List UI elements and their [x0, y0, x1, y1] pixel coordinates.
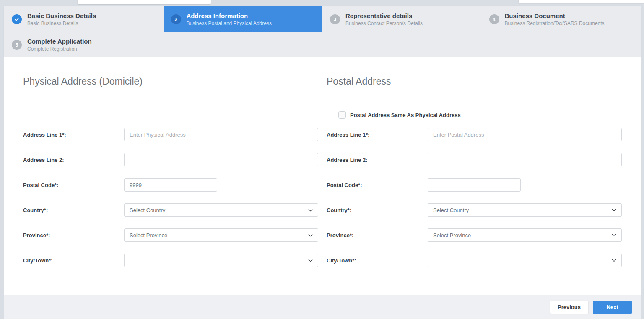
form-row-province: Province*: Select Province [327, 228, 622, 242]
physical-postal-code-input[interactable] [124, 178, 217, 192]
same-as-physical-checkbox[interactable] [338, 111, 346, 119]
physical-address-spacer [23, 93, 318, 128]
selected-value: Select Province [130, 232, 167, 239]
step-title: Business Document [505, 12, 605, 20]
form-row-city-town: City/Town*: [23, 254, 318, 267]
chevron-down-icon [308, 258, 313, 263]
selected-value: Select Province [433, 232, 471, 239]
step-title: Representative details [345, 12, 423, 20]
postal-address-heading: Postal Address [327, 76, 622, 93]
form-row-postal-code: Postal Code*: [327, 178, 622, 192]
application-window: Basic Business Details Basic Business De… [4, 6, 641, 319]
city-town-label: City/Town*: [23, 257, 124, 264]
physical-country-select[interactable]: Select Country [124, 203, 318, 217]
postal-province-select[interactable]: Select Province [428, 228, 622, 242]
next-button[interactable]: Next [593, 301, 632, 314]
address-form-content: Physical Address (Domicile) Address Line… [4, 57, 641, 295]
physical-address-line-1-input[interactable] [124, 128, 318, 141]
postal-address-line-1-input[interactable] [428, 128, 622, 141]
physical-address-line-2-input[interactable] [124, 153, 318, 166]
form-row-address-line-1: Address Line 1*: [23, 128, 318, 141]
step-address-information[interactable]: 2 Address Information Business Postal an… [164, 6, 323, 32]
step-basic-business-details[interactable]: Basic Business Details Basic Business De… [4, 6, 164, 32]
physical-province-select[interactable]: Select Province [124, 228, 318, 242]
form-row-city-town: City/Town*: [327, 254, 622, 267]
address-line-1-label: Address Line 1*: [327, 132, 428, 138]
chevron-down-icon [308, 208, 313, 213]
step-number-icon: 2 [171, 14, 181, 24]
physical-city-town-select[interactable] [124, 254, 318, 267]
form-row-address-line-2: Address Line 2: [327, 153, 622, 166]
form-row-address-line-1: Address Line 1*: [327, 128, 622, 141]
step-subtitle: Business Contact Person/s Details [345, 21, 423, 26]
form-row-country: Country*: Select Country [23, 203, 318, 217]
physical-address-heading: Physical Address (Domicile) [23, 76, 318, 93]
step-title: Address Information [187, 12, 272, 20]
province-label: Province*: [23, 232, 124, 239]
address-line-2-label: Address Line 2: [327, 157, 428, 163]
step-subtitle: Business Postal and Physical Address [187, 21, 272, 26]
browser-top-artifact-left [78, 0, 211, 4]
chevron-down-icon [308, 233, 313, 238]
previous-button[interactable]: Previous [550, 301, 589, 314]
wizard-stepper: Basic Business Details Basic Business De… [4, 6, 641, 57]
step-complete-application[interactable]: 5 Complete Application Complete Registra… [4, 32, 164, 57]
postal-postal-code-input[interactable] [428, 178, 521, 192]
country-label: Country*: [327, 207, 428, 213]
step-subtitle: Complete Registration [27, 46, 92, 52]
selected-value: Select Country [130, 207, 165, 213]
step-title: Basic Business Details [27, 12, 96, 20]
form-row-province: Province*: Select Province [23, 228, 318, 242]
province-label: Province*: [327, 232, 428, 239]
step-business-document[interactable]: 4 Business Document Business Registratio… [482, 6, 641, 32]
step-completed-check-icon [12, 14, 22, 24]
same-as-physical-checkbox-label: Postal Address Same As Physical Address [350, 112, 461, 118]
form-row-postal-code: Postal Code*: [23, 178, 318, 192]
step-subtitle: Business Registration/Tax/SARS Documents [505, 21, 605, 26]
step-subtitle: Basic Business Details [27, 21, 96, 26]
postal-code-label: Postal Code*: [327, 182, 428, 188]
step-representative-details[interactable]: 3 Representative details Business Contac… [322, 6, 482, 32]
postal-address-line-2-input[interactable] [428, 153, 622, 166]
step-title: Complete Application [27, 38, 92, 45]
browser-top-artifact-right [519, 0, 644, 3]
chevron-down-icon [612, 258, 616, 263]
address-line-1-label: Address Line 1*: [23, 132, 124, 138]
step-number-icon: 5 [12, 40, 22, 50]
city-town-label: City/Town*: [327, 257, 428, 264]
country-label: Country*: [23, 207, 124, 213]
postal-country-select[interactable]: Select Country [428, 203, 622, 217]
postal-city-town-select[interactable] [428, 254, 622, 267]
step-number-icon: 4 [489, 14, 499, 24]
same-as-physical-checkbox-wrap[interactable]: Postal Address Same As Physical Address [338, 111, 461, 119]
postal-code-label: Postal Code*: [23, 182, 124, 188]
postal-same-as-physical-row: Postal Address Same As Physical Address [327, 93, 622, 128]
step-number-icon: 3 [330, 14, 340, 24]
chevron-down-icon [612, 208, 616, 213]
wizard-footer: Previous Next [4, 295, 641, 319]
form-row-address-line-2: Address Line 2: [23, 153, 318, 166]
postal-address-section: Postal Address Postal Address Same As Ph… [327, 76, 622, 279]
chevron-down-icon [612, 233, 616, 238]
address-line-2-label: Address Line 2: [23, 157, 124, 163]
physical-address-section: Physical Address (Domicile) Address Line… [23, 76, 318, 279]
form-row-country: Country*: Select Country [327, 203, 622, 217]
selected-value: Select Country [433, 207, 469, 213]
